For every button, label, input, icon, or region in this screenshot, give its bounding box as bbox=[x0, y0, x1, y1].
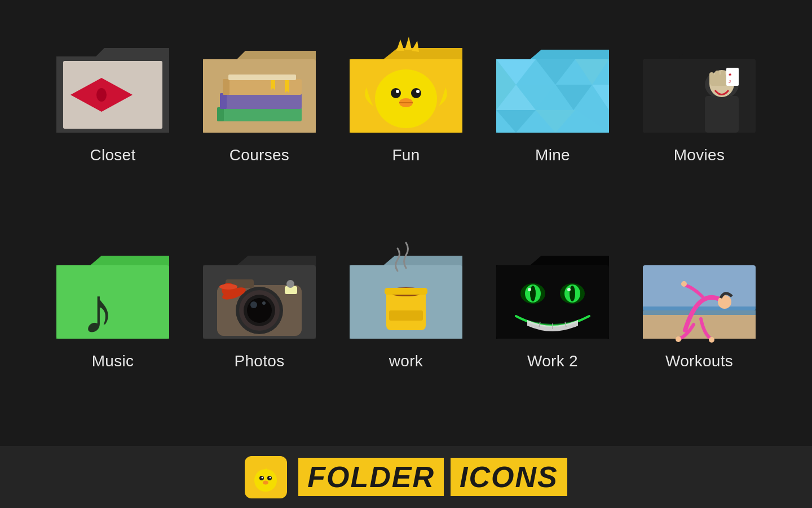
svg-rect-11 bbox=[217, 107, 302, 121]
svg-rect-96 bbox=[643, 306, 756, 315]
svg-point-86 bbox=[570, 286, 575, 301]
folder-workouts[interactable]: Workouts bbox=[632, 240, 767, 423]
branding-text: FOLDER ICONS bbox=[298, 458, 567, 496]
svg-point-87 bbox=[528, 288, 531, 291]
svg-text:♠: ♠ bbox=[729, 71, 732, 77]
svg-rect-50 bbox=[709, 72, 714, 85]
folder-work[interactable]: work bbox=[338, 240, 474, 423]
fun-folder-shape bbox=[344, 34, 468, 138]
svg-rect-47 bbox=[705, 96, 739, 133]
branding-logo bbox=[245, 456, 287, 498]
svg-rect-13 bbox=[220, 93, 302, 109]
branding-bar: FOLDER ICONS bbox=[0, 446, 812, 508]
work2-label: Work 2 bbox=[527, 352, 578, 370]
brand-word-folder: FOLDER bbox=[298, 458, 444, 496]
photos-folder-shape bbox=[197, 240, 321, 344]
svg-point-85 bbox=[530, 286, 536, 301]
svg-point-70 bbox=[286, 280, 294, 288]
workouts-folder-shape bbox=[637, 240, 761, 344]
svg-point-106 bbox=[270, 476, 271, 478]
work-folder-shape bbox=[344, 240, 468, 344]
svg-point-68 bbox=[262, 301, 266, 305]
svg-rect-51 bbox=[715, 71, 720, 84]
svg-rect-16 bbox=[223, 79, 230, 95]
brand-word-icons: ICONS bbox=[451, 458, 567, 496]
svg-point-26 bbox=[411, 88, 421, 98]
svg-point-9 bbox=[96, 88, 107, 102]
movies-folder-shape: ♠ J bbox=[637, 34, 761, 138]
work2-folder-shape bbox=[491, 240, 615, 344]
svg-rect-95 bbox=[643, 333, 756, 339]
svg-point-25 bbox=[391, 88, 401, 98]
courses-label: Courses bbox=[230, 146, 289, 164]
music-folder-shape: ♪ bbox=[51, 240, 175, 344]
folder-music[interactable]: ♪ Music bbox=[45, 240, 180, 423]
svg-point-100 bbox=[709, 337, 714, 343]
folder-grid: Closet bbox=[0, 0, 812, 446]
svg-point-67 bbox=[250, 301, 257, 308]
svg-rect-79 bbox=[389, 310, 423, 321]
svg-point-105 bbox=[262, 476, 263, 478]
svg-point-88 bbox=[567, 288, 571, 291]
svg-point-28 bbox=[416, 90, 420, 93]
svg-point-27 bbox=[396, 90, 399, 93]
closet-folder-shape bbox=[51, 34, 175, 138]
mine-label: Mine bbox=[535, 146, 570, 164]
svg-rect-78 bbox=[385, 288, 427, 295]
svg-point-73 bbox=[219, 284, 237, 290]
svg-rect-14 bbox=[220, 93, 227, 109]
folder-mine[interactable]: Mine bbox=[485, 34, 620, 217]
svg-rect-12 bbox=[217, 107, 224, 121]
svg-point-107 bbox=[263, 480, 268, 484]
svg-rect-52 bbox=[721, 71, 725, 84]
svg-text:♪: ♪ bbox=[82, 274, 114, 344]
music-label: Music bbox=[92, 352, 134, 370]
svg-marker-21 bbox=[396, 40, 404, 51]
workouts-label: Workouts bbox=[665, 352, 733, 370]
folder-photos[interactable]: Photos bbox=[192, 240, 327, 423]
closet-label: Closet bbox=[90, 146, 135, 164]
work-label: work bbox=[389, 352, 423, 370]
svg-point-66 bbox=[247, 298, 272, 323]
photos-label: Photos bbox=[235, 352, 285, 370]
svg-point-99 bbox=[676, 336, 681, 342]
svg-marker-23 bbox=[412, 41, 419, 52]
svg-rect-15 bbox=[223, 79, 302, 95]
svg-text:J: J bbox=[729, 79, 731, 84]
fun-label: Fun bbox=[392, 146, 420, 164]
movies-label: Movies bbox=[674, 146, 725, 164]
svg-point-98 bbox=[681, 281, 687, 287]
folder-movies[interactable]: ♠ J Movies bbox=[632, 34, 767, 217]
folder-work2[interactable]: Work 2 bbox=[485, 240, 620, 423]
folder-fun[interactable]: Fun bbox=[338, 34, 474, 217]
folder-closet[interactable]: Closet bbox=[45, 34, 180, 217]
courses-folder-shape bbox=[197, 34, 321, 138]
mine-folder-shape bbox=[491, 34, 615, 138]
folder-courses[interactable]: Courses bbox=[192, 34, 327, 217]
svg-rect-19 bbox=[228, 75, 296, 80]
svg-marker-22 bbox=[405, 37, 412, 50]
